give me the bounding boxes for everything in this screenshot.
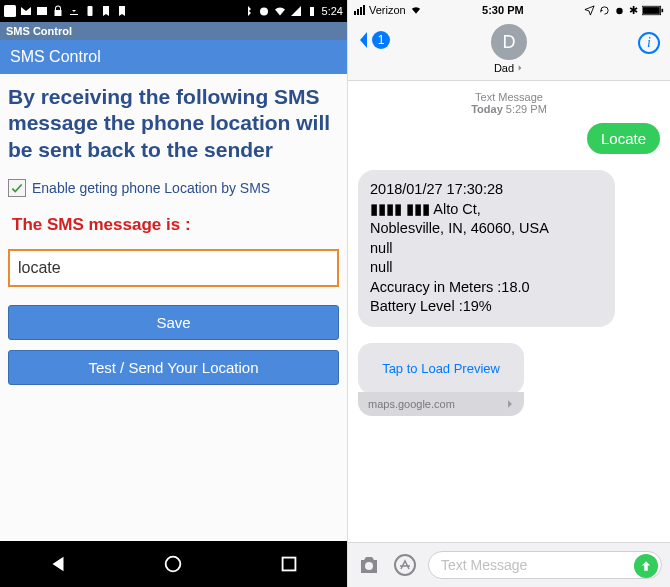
contact-name-row[interactable]: Dad — [358, 62, 660, 74]
chevron-right-icon — [516, 64, 524, 72]
location-icon — [584, 5, 595, 16]
back-badge: 1 — [372, 31, 390, 49]
title-bar: SMS Control — [0, 40, 347, 74]
carrier-label: Verizon — [369, 4, 406, 16]
svg-rect-2 — [88, 6, 93, 16]
android-content: By receiving the following SMS message t… — [0, 74, 347, 541]
save-button[interactable]: Save — [8, 305, 339, 340]
bookmark-icon — [100, 5, 112, 17]
svg-rect-9 — [643, 7, 660, 14]
svg-point-11 — [365, 562, 373, 570]
bookmark-icon-2 — [116, 5, 128, 17]
link-domain-row[interactable]: maps.google.com — [358, 392, 524, 416]
message-input-bar: Text Message — [348, 542, 670, 587]
android-nav-bar — [0, 541, 347, 587]
message-type-label: Text Message — [358, 91, 660, 103]
link-domain: maps.google.com — [368, 398, 455, 410]
input-placeholder: Text Message — [441, 557, 527, 573]
text-field-wrap: Text Message — [428, 551, 662, 579]
back-nav-icon[interactable] — [47, 553, 69, 575]
signal-icon — [354, 5, 365, 15]
camera-icon[interactable] — [356, 553, 382, 577]
recent-nav-icon[interactable] — [278, 553, 300, 575]
battery-icon — [642, 5, 664, 16]
message-input[interactable]: Text Message — [428, 551, 662, 579]
meta-time: 5:29 PM — [506, 103, 547, 115]
rotation-lock-icon — [599, 5, 610, 16]
status-left-icons — [4, 5, 128, 17]
incoming-message[interactable]: 2018/01/27 17:30:28 ▮▮▮▮ ▮▮▮ Alto Ct, No… — [358, 170, 615, 327]
chevron-right-icon — [506, 399, 514, 409]
test-send-button[interactable]: Test / Send Your Location — [8, 350, 339, 385]
android-status-bar: 5:24 — [0, 0, 347, 22]
messages-area[interactable]: Text Message Today 5:29 PM Locate 2018/0… — [348, 81, 670, 542]
svg-rect-10 — [661, 8, 663, 11]
checkbox-icon[interactable] — [8, 179, 26, 197]
messages-header: 1 D Dad i — [348, 20, 670, 81]
ios-screen: Verizon 5:30 PM ✱ 1 D Dad i Text Message… — [348, 0, 670, 587]
phone-icon — [84, 5, 96, 17]
status-time: 5:30 PM — [482, 4, 524, 16]
screen-title: SMS Control — [10, 48, 101, 65]
link-preview[interactable]: Tap to Load Preview — [358, 343, 524, 394]
wifi-icon — [410, 5, 422, 15]
send-button[interactable] — [634, 554, 658, 578]
headline-text: By receiving the following SMS message t… — [8, 84, 339, 163]
contact-name: Dad — [494, 62, 514, 74]
arrow-up-icon — [639, 559, 653, 573]
status-right-icons: 5:24 — [242, 5, 343, 17]
bluetooth-icon: ✱ — [629, 4, 638, 17]
checkbox-label: Enable geting phone Location by SMS — [32, 180, 270, 196]
android-screen: 5:24 SMS Control SMS Control By receivin… — [0, 0, 348, 587]
home-nav-icon[interactable] — [162, 553, 184, 575]
facebook-icon — [4, 5, 16, 17]
meta-day: Today — [471, 103, 503, 115]
wifi-icon — [274, 5, 286, 17]
status-left: Verizon — [354, 4, 422, 16]
lock-icon — [52, 5, 64, 17]
svg-rect-1 — [37, 7, 47, 15]
back-button[interactable]: 1 — [356, 30, 390, 50]
download-icon — [68, 5, 80, 17]
message-timestamp: Text Message Today 5:29 PM — [358, 91, 660, 115]
appstore-icon[interactable] — [392, 553, 418, 577]
info-button[interactable]: i — [638, 32, 660, 54]
alarm-icon — [258, 5, 270, 17]
contact-avatar[interactable]: D — [491, 24, 527, 60]
bluetooth-icon — [242, 5, 254, 17]
enable-sms-checkbox-row[interactable]: Enable geting phone Location by SMS — [8, 179, 339, 197]
svg-rect-4 — [310, 7, 314, 16]
status-right: ✱ — [584, 4, 664, 17]
signal-icon — [290, 5, 302, 17]
status-time: 5:24 — [322, 5, 343, 17]
app-bar-title: SMS Control — [6, 25, 72, 37]
image-icon — [36, 5, 48, 17]
svg-point-7 — [616, 7, 622, 13]
svg-point-12 — [395, 555, 415, 575]
svg-point-5 — [166, 557, 181, 572]
svg-rect-6 — [283, 558, 296, 571]
svg-rect-0 — [4, 5, 16, 17]
alarm-icon — [614, 5, 625, 16]
svg-point-3 — [260, 8, 268, 16]
sms-keyword-input[interactable] — [8, 249, 339, 287]
chevron-left-icon — [356, 30, 370, 50]
battery-icon — [306, 5, 318, 17]
mail-icon — [20, 5, 32, 17]
app-bar: SMS Control — [0, 22, 347, 40]
outgoing-message[interactable]: Locate — [587, 123, 660, 154]
ios-status-bar: Verizon 5:30 PM ✱ — [348, 0, 670, 20]
checkmark-icon — [10, 181, 24, 195]
sms-message-label: The SMS message is : — [12, 215, 339, 235]
